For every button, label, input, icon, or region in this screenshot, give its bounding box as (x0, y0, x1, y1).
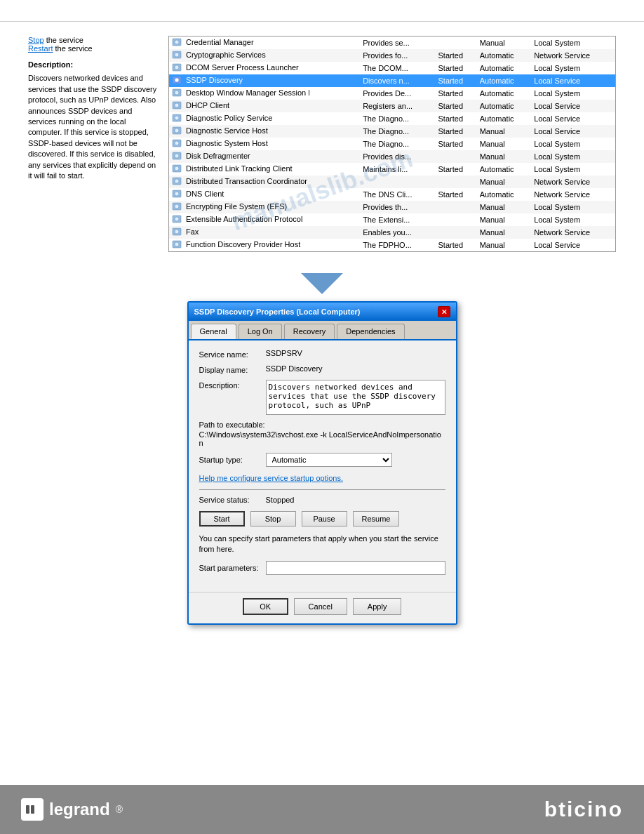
restart-text: the service (53, 44, 92, 53)
description-body: Discovers networked devices and services… (28, 74, 156, 180)
ok-button[interactable]: OK (243, 598, 288, 615)
tab-general[interactable]: General (191, 324, 236, 339)
status-label: Service status: (199, 496, 266, 504)
svg-point-9 (175, 91, 179, 95)
services-table: Credential Manager Provides se... Manual… (169, 37, 615, 251)
table-row[interactable]: Extensible Authentication Protocol The E… (169, 213, 615, 226)
startup-type-label: Startup type: (199, 456, 266, 464)
stop-button[interactable]: Stop (250, 511, 296, 527)
path-section: Path to executable: C:\Windows\system32\… (199, 421, 445, 447)
services-table-container: Credential Manager Provides se... Manual… (168, 36, 616, 252)
bottom-bar: legrand® bticino (0, 785, 644, 834)
cancel-button[interactable]: Cancel (294, 598, 347, 615)
table-row[interactable]: Diagnostic Policy Service The Diagno... … (169, 112, 615, 125)
svg-point-17 (175, 141, 179, 145)
svg-point-7 (175, 78, 179, 82)
description-field-row: Description: Discovers networked devices… (199, 380, 445, 415)
svg-point-23 (175, 179, 179, 183)
path-value: C:\Windows\system32\svchost.exe -k Local… (199, 430, 445, 447)
description-field-label: Description: (199, 380, 266, 390)
svg-point-13 (175, 116, 179, 120)
service-description-box: Description: Discovers networked devices… (28, 60, 158, 181)
stop-link[interactable]: Stop (28, 36, 44, 44)
tab-logon[interactable]: Log On (239, 324, 282, 339)
top-section: Stop the service Restart the service Des… (0, 21, 644, 259)
service-buttons-row: Start Stop Pause Resume (199, 511, 445, 527)
display-name-row: Display name: SSDP Discovery (199, 364, 445, 374)
table-row[interactable]: Encrypting File System (EFS) Provides th… (169, 201, 615, 213)
svg-point-3 (175, 53, 179, 57)
tab-recovery[interactable]: Recovery (284, 324, 335, 339)
left-panel: Stop the service Restart the service Des… (28, 36, 168, 252)
start-params-input[interactable] (266, 561, 445, 575)
dialog-content: Service name: SSDPSRV Display name: SSDP… (189, 340, 456, 592)
stop-text: the service (44, 36, 83, 44)
table-row[interactable]: Credential Manager Provides se... Manual… (169, 37, 615, 49)
svg-point-27 (175, 204, 179, 208)
resume-button[interactable]: Resume (353, 511, 400, 527)
start-button[interactable]: Start (199, 511, 245, 527)
display-name-value: SSDP Discovery (266, 364, 323, 373)
description-title: Description: (28, 60, 158, 70)
description-textarea[interactable]: Discovers networked devices and services… (266, 380, 445, 415)
svg-point-33 (175, 242, 179, 246)
tab-dependencies[interactable]: Dependencies (337, 324, 404, 339)
svg-point-1 (175, 40, 179, 44)
apply-button[interactable]: Apply (353, 598, 402, 615)
dialog-wrapper: SSDP Discovery Properties (Local Compute… (0, 301, 644, 639)
table-row[interactable]: Diagnostic Service Host The Diagno... St… (169, 125, 615, 138)
svg-point-11 (175, 103, 179, 107)
path-label: Path to executable: (199, 421, 445, 429)
restart-service-link[interactable]: Restart the service (28, 44, 158, 53)
display-name-label: Display name: (199, 364, 266, 374)
bticino-brand: bticino (544, 797, 623, 821)
table-row[interactable]: SSDP Discovery Discovers n... Started Au… (169, 74, 615, 87)
service-name-label: Service name: (199, 349, 266, 359)
arrow-container (0, 259, 644, 301)
svg-point-29 (175, 217, 179, 221)
service-name-row: Service name: SSDPSRV (199, 349, 445, 359)
svg-point-21 (175, 166, 179, 171)
registered-symbol: ® (116, 804, 123, 815)
legrand-brand-text: legrand (49, 800, 110, 819)
divider-1 (199, 489, 445, 490)
dialog-titlebar: SSDP Discovery Properties (Local Compute… (189, 303, 456, 321)
down-arrow-icon (301, 273, 343, 294)
svg-point-25 (175, 192, 179, 196)
dialog-title: SSDP Discovery Properties (Local Compute… (194, 307, 361, 316)
table-row[interactable]: Desktop Window Manager Session Manager P… (169, 87, 615, 100)
dialog-close-button[interactable]: ✕ (438, 306, 450, 317)
table-row[interactable]: DNS Client The DNS Cli... Started Automa… (169, 188, 615, 201)
table-row[interactable]: Distributed Transaction Coordinator Manu… (169, 176, 615, 188)
table-row[interactable]: Diagnostic System Host The Diagno... Sta… (169, 138, 615, 150)
table-row[interactable]: Fax Enables you... Manual Network Servic… (169, 226, 615, 239)
svg-point-31 (175, 230, 179, 234)
restart-link[interactable]: Restart (28, 44, 53, 53)
table-row[interactable]: Disk Defragmenter Provides dis... Manual… (169, 150, 615, 163)
table-row[interactable]: Distributed Link Tracking Client Maintai… (169, 163, 615, 176)
table-row[interactable]: DHCP Client Registers an... Started Auto… (169, 100, 615, 112)
legrand-icon (21, 798, 43, 821)
svg-rect-36 (31, 805, 34, 814)
startup-row: Startup type: Automatic Manual Disabled (199, 453, 445, 467)
dialog-footer: OK Cancel Apply (189, 592, 456, 623)
service-name-value: SSDPSRV (266, 349, 302, 357)
svg-point-19 (175, 154, 179, 158)
dialog-tabs: General Log On Recovery Dependencies (189, 321, 456, 340)
properties-dialog: SSDP Discovery Properties (Local Compute… (187, 301, 457, 625)
start-params-label: Start parameters: (199, 564, 266, 572)
table-row[interactable]: Cryptographic Services Provides fo... St… (169, 49, 615, 62)
legrand-logo: legrand® (21, 798, 123, 821)
svg-point-15 (175, 128, 179, 133)
startup-type-select[interactable]: Automatic Manual Disabled (266, 453, 392, 467)
start-params-row: Start parameters: (199, 561, 445, 575)
table-row[interactable]: DCOM Server Process Launcher The DCOM...… (169, 62, 615, 74)
table-row[interactable]: Function Discovery Provider Host The FDP… (169, 239, 615, 251)
svg-point-5 (175, 65, 179, 70)
specify-text: You can specify start parameters that ap… (199, 534, 445, 555)
svg-rect-35 (26, 805, 29, 814)
stop-service-link[interactable]: Stop the service (28, 36, 158, 44)
status-row: Service status: Stopped (199, 496, 445, 504)
help-link[interactable]: Help me configure service startup option… (199, 474, 445, 482)
pause-button[interactable]: Pause (302, 511, 347, 527)
